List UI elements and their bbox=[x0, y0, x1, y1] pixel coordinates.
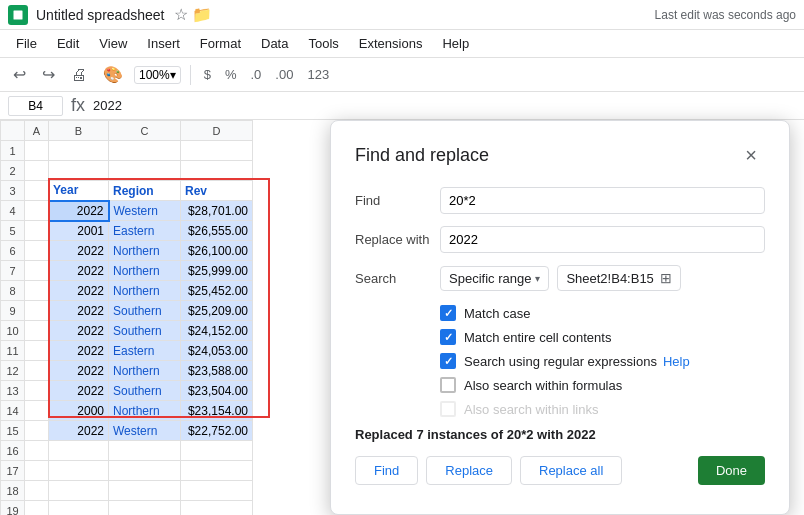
cell-b14[interactable]: 2000 bbox=[49, 401, 109, 421]
close-dialog-button[interactable]: × bbox=[737, 141, 765, 169]
currency-button[interactable]: $ bbox=[200, 65, 215, 84]
cell-b15[interactable]: 2022 bbox=[49, 421, 109, 441]
menu-file[interactable]: File bbox=[8, 33, 45, 54]
menu-edit[interactable]: Edit bbox=[49, 33, 87, 54]
cell-a15[interactable] bbox=[25, 421, 49, 441]
formula-input[interactable] bbox=[93, 98, 796, 113]
cell-d15[interactable]: $22,752.00 bbox=[181, 421, 253, 441]
menu-data[interactable]: Data bbox=[253, 33, 296, 54]
number-format-button[interactable]: 123 bbox=[303, 65, 333, 84]
cell-c1[interactable] bbox=[109, 141, 181, 161]
folder-icon[interactable]: 📁 bbox=[192, 5, 212, 24]
cell-c6[interactable]: Northern bbox=[109, 241, 181, 261]
cell-b5[interactable]: 2001 bbox=[49, 221, 109, 241]
cell-d5[interactable]: $26,555.00 bbox=[181, 221, 253, 241]
grid-select-icon[interactable]: ⊞ bbox=[660, 270, 672, 286]
cell-a8[interactable] bbox=[25, 281, 49, 301]
cell-d8[interactable]: $25,452.00 bbox=[181, 281, 253, 301]
cell-c2[interactable] bbox=[109, 161, 181, 181]
cell-d13[interactable]: $23,504.00 bbox=[181, 381, 253, 401]
cell-d9[interactable]: $25,209.00 bbox=[181, 301, 253, 321]
replace-all-button[interactable]: Replace all bbox=[520, 456, 622, 485]
cell-d1[interactable] bbox=[181, 141, 253, 161]
cell-a6[interactable] bbox=[25, 241, 49, 261]
regex-help-link[interactable]: Help bbox=[663, 354, 690, 369]
cell-b9[interactable]: 2022 bbox=[49, 301, 109, 321]
cell-d11[interactable]: $24,053.00 bbox=[181, 341, 253, 361]
regex-checkbox[interactable] bbox=[440, 353, 456, 369]
col-header-d[interactable]: D bbox=[181, 121, 253, 141]
cell-a2[interactable] bbox=[25, 161, 49, 181]
search-dropdown[interactable]: Specific range ▾ bbox=[440, 266, 549, 291]
decimal1-button[interactable]: .0 bbox=[247, 65, 266, 84]
cell-a7[interactable] bbox=[25, 261, 49, 281]
cell-d2[interactable] bbox=[181, 161, 253, 181]
col-header-b[interactable]: B bbox=[49, 121, 109, 141]
cell-d10[interactable]: $24,152.00 bbox=[181, 321, 253, 341]
cell-a9[interactable] bbox=[25, 301, 49, 321]
cell-c10[interactable]: Southern bbox=[109, 321, 181, 341]
cell-b7[interactable]: 2022 bbox=[49, 261, 109, 281]
cell-b6[interactable]: 2022 bbox=[49, 241, 109, 261]
match-case-checkbox[interactable] bbox=[440, 305, 456, 321]
cell-b13[interactable]: 2022 bbox=[49, 381, 109, 401]
menu-insert[interactable]: Insert bbox=[139, 33, 188, 54]
cell-a12[interactable] bbox=[25, 361, 49, 381]
menu-extensions[interactable]: Extensions bbox=[351, 33, 431, 54]
menu-tools[interactable]: Tools bbox=[300, 33, 346, 54]
cell-reference[interactable] bbox=[8, 96, 63, 116]
cell-a14[interactable] bbox=[25, 401, 49, 421]
cell-b10[interactable]: 2022 bbox=[49, 321, 109, 341]
cell-b4[interactable]: 2022 bbox=[49, 201, 109, 221]
spreadsheet-title[interactable]: Untitled spreadsheet bbox=[36, 7, 164, 23]
cell-b12[interactable]: 2022 bbox=[49, 361, 109, 381]
undo-button[interactable]: ↩ bbox=[8, 62, 31, 87]
cell-b8[interactable]: 2022 bbox=[49, 281, 109, 301]
cell-d3[interactable]: Rev bbox=[181, 181, 253, 201]
cell-c3[interactable]: Region bbox=[109, 181, 181, 201]
links-checkbox[interactable] bbox=[440, 401, 456, 417]
col-header-c[interactable]: C bbox=[109, 121, 181, 141]
find-input[interactable] bbox=[440, 187, 765, 214]
menu-help[interactable]: Help bbox=[434, 33, 477, 54]
star-icon[interactable]: ☆ bbox=[174, 5, 188, 24]
cell-c5[interactable]: Eastern bbox=[109, 221, 181, 241]
cell-b2[interactable] bbox=[49, 161, 109, 181]
cell-a3[interactable] bbox=[25, 181, 49, 201]
cell-a1[interactable] bbox=[25, 141, 49, 161]
cell-c9[interactable]: Southern bbox=[109, 301, 181, 321]
cell-a11[interactable] bbox=[25, 341, 49, 361]
cell-d7[interactable]: $25,999.00 bbox=[181, 261, 253, 281]
done-button[interactable]: Done bbox=[698, 456, 765, 485]
cell-d12[interactable]: $23,588.00 bbox=[181, 361, 253, 381]
cell-a5[interactable] bbox=[25, 221, 49, 241]
formulas-checkbox[interactable] bbox=[440, 377, 456, 393]
cell-a4[interactable] bbox=[25, 201, 49, 221]
cell-c13[interactable]: Southern bbox=[109, 381, 181, 401]
cell-c14[interactable]: Northern bbox=[109, 401, 181, 421]
cell-a13[interactable] bbox=[25, 381, 49, 401]
print-button[interactable]: 🖨 bbox=[66, 63, 92, 87]
replace-input[interactable] bbox=[440, 226, 765, 253]
range-box[interactable]: Sheet2!B4:B15 ⊞ bbox=[557, 265, 680, 291]
cell-d14[interactable]: $23,154.00 bbox=[181, 401, 253, 421]
cell-c7[interactable]: Northern bbox=[109, 261, 181, 281]
cell-c8[interactable]: Northern bbox=[109, 281, 181, 301]
cell-c4[interactable]: Western bbox=[109, 201, 181, 221]
cell-b1[interactable] bbox=[49, 141, 109, 161]
match-entire-checkbox[interactable] bbox=[440, 329, 456, 345]
cell-d4[interactable]: $28,701.00 bbox=[181, 201, 253, 221]
menu-view[interactable]: View bbox=[91, 33, 135, 54]
cell-b11[interactable]: 2022 bbox=[49, 341, 109, 361]
find-button[interactable]: Find bbox=[355, 456, 418, 485]
zoom-control[interactable]: 100% ▾ bbox=[134, 66, 181, 84]
menu-format[interactable]: Format bbox=[192, 33, 249, 54]
cell-b3[interactable]: Year bbox=[49, 181, 109, 201]
paint-format-button[interactable]: 🎨 bbox=[98, 62, 128, 87]
cell-c12[interactable]: Northern bbox=[109, 361, 181, 381]
cell-c15[interactable]: Western bbox=[109, 421, 181, 441]
replace-button[interactable]: Replace bbox=[426, 456, 512, 485]
cell-d6[interactable]: $26,100.00 bbox=[181, 241, 253, 261]
decimal2-button[interactable]: .00 bbox=[271, 65, 297, 84]
cell-a10[interactable] bbox=[25, 321, 49, 341]
